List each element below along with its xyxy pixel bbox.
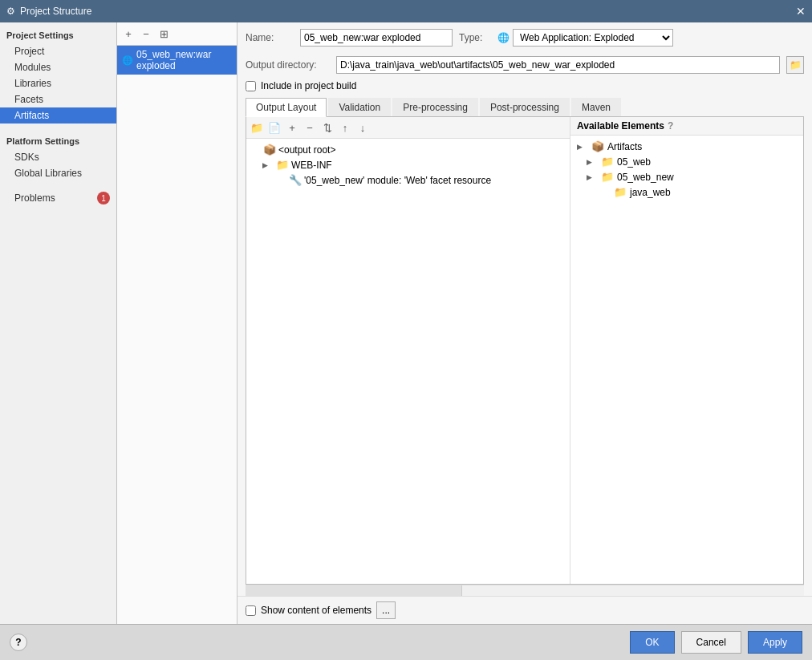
title-text: Project Structure <box>20 6 91 17</box>
platform-settings-heading: Platform Settings <box>0 132 116 149</box>
type-label: Type: <box>459 32 491 43</box>
available-panel: Available Elements ? ▶ 📦 Artifacts ▶ 📁 0… <box>570 117 803 584</box>
tree-add-button[interactable]: + <box>284 119 300 136</box>
output-dir-row: Output directory: 📁 <box>238 53 812 77</box>
tree-toggle-web-inf: ▶ <box>262 161 274 169</box>
output-dir-input[interactable] <box>336 56 780 74</box>
scrollbar-track <box>246 585 462 596</box>
scrollbar-area[interactable] <box>246 585 804 596</box>
sidebar-item-global-libraries[interactable]: Global Libraries <box>0 165 116 181</box>
project-settings-heading: Project Settings <box>0 26 116 43</box>
ok-button[interactable]: OK <box>630 631 674 654</box>
tree-sort-button[interactable]: ⇅ <box>319 119 335 136</box>
avail-toggle-artifacts: ▶ <box>577 143 588 151</box>
avail-05-web-new-icon: 📁 <box>601 171 614 183</box>
sidebar-item-sdks[interactable]: SDKs <box>0 149 116 165</box>
available-title: Available Elements <box>577 120 664 132</box>
available-help-icon[interactable]: ? <box>668 120 673 132</box>
problems-badge: 1 <box>97 192 110 204</box>
name-input[interactable] <box>300 29 453 47</box>
copy-artifact-button[interactable]: ⊞ <box>156 26 172 42</box>
apply-button[interactable]: Apply <box>748 631 802 654</box>
remove-artifact-button[interactable]: − <box>138 26 154 42</box>
file-tree-toolbar: 📁 📄 + − ⇅ ↑ ↓ <box>246 117 570 139</box>
sidebar-item-project[interactable]: Project <box>0 43 116 59</box>
artifact-list-item[interactable]: 🌐 05_web_new:war exploded <box>117 46 237 75</box>
available-item-05-web-new[interactable]: ▶ 📁 05_web_new <box>570 169 803 184</box>
avail-05-web-icon: 📁 <box>601 156 614 168</box>
sidebar-item-artifacts[interactable]: Artifacts <box>0 107 116 123</box>
show-content-label[interactable]: Show content of elements <box>261 605 371 616</box>
tab-post-processing[interactable]: Post-processing <box>480 98 570 116</box>
right-panel: Name: Type: 🌐 Web Application: Exploded … <box>238 22 812 624</box>
web-inf-label: WEB-INF <box>291 160 332 171</box>
artifact-list-panel: + − ⊞ 🌐 05_web_new:war exploded <box>117 22 238 624</box>
artifact-item-icon: 🌐 <box>122 55 133 66</box>
module-resource-label: '05_web_new' module: 'Web' facet resourc… <box>304 175 491 186</box>
include-build-label[interactable]: Include in project build <box>261 80 356 91</box>
sidebar-item-modules[interactable]: Modules <box>0 59 116 75</box>
close-icon[interactable]: ✕ <box>796 5 806 18</box>
output-dir-label: Output directory: <box>246 59 330 71</box>
type-dropdown: 🌐 Web Application: Exploded <box>497 29 673 47</box>
available-item-artifacts[interactable]: ▶ 📦 Artifacts <box>570 139 803 154</box>
footer: ? OK Cancel Apply <box>0 624 812 660</box>
sidebar: Project Settings Project Modules Librari… <box>0 22 117 624</box>
available-item-05-web[interactable]: ▶ 📁 05_web <box>570 154 803 169</box>
tree-item-web-inf[interactable]: ▶ 📁 WEB-INF <box>246 157 570 172</box>
type-select[interactable]: Web Application: Exploded <box>513 29 673 47</box>
avail-toggle-05-web: ▶ <box>587 158 598 166</box>
avail-artifact-icon: 📦 <box>591 140 604 152</box>
file-tree-panel: 📁 📄 + − ⇅ ↑ ↓ 📦 <output root> <box>246 117 570 584</box>
web-inf-icon: 📁 <box>276 159 289 171</box>
file-tree-content: 📦 <output root> ▶ 📁 WEB-INF 🔧 '05_web_ne… <box>246 139 570 584</box>
show-content-checkbox[interactable] <box>246 605 256 616</box>
tabs-bar: Output Layout Validation Pre-processing … <box>246 98 804 117</box>
web-app-icon: 🌐 <box>497 32 510 43</box>
output-root-icon: 📦 <box>263 144 276 156</box>
tab-maven[interactable]: Maven <box>571 98 621 116</box>
available-header: Available Elements ? <box>570 117 803 136</box>
tree-item-module-resource[interactable]: 🔧 '05_web_new' module: 'Web' facet resou… <box>246 172 570 188</box>
sidebar-item-facets[interactable]: Facets <box>0 91 116 107</box>
tree-down-button[interactable]: ↓ <box>355 119 371 136</box>
tree-remove-button[interactable]: − <box>302 119 318 136</box>
name-type-row: Name: Type: 🌐 Web Application: Exploded <box>238 22 812 53</box>
cancel-button[interactable]: Cancel <box>681 631 741 654</box>
title-icon: ⚙ <box>6 6 15 17</box>
tab-pre-processing[interactable]: Pre-processing <box>392 98 478 116</box>
tree-item-output-root[interactable]: 📦 <output root> <box>246 142 570 157</box>
avail-artifacts-label: Artifacts <box>607 141 642 152</box>
available-item-java-web[interactable]: 📁 java_web <box>570 184 803 200</box>
add-artifact-button[interactable]: + <box>120 26 136 42</box>
browse-dir-button[interactable]: 📁 <box>786 56 804 74</box>
help-button[interactable]: ? <box>10 634 27 651</box>
sidebar-item-libraries[interactable]: Libraries <box>0 75 116 91</box>
avail-java-web-icon: 📁 <box>614 186 627 198</box>
module-icon: 🔧 <box>289 174 302 186</box>
avail-toggle-05-web-new: ▶ <box>587 173 598 181</box>
avail-05-web-label: 05_web <box>617 156 651 168</box>
available-content: ▶ 📦 Artifacts ▶ 📁 05_web ▶ 📁 05_web <box>570 136 803 584</box>
tree-file-button[interactable]: 📄 <box>266 119 282 136</box>
sidebar-item-problems[interactable]: Problems 1 <box>0 189 116 207</box>
output-layout-area: 📁 📄 + − ⇅ ↑ ↓ 📦 <output root> <box>246 117 804 585</box>
avail-05-web-new-label: 05_web_new <box>617 172 674 183</box>
artifact-list-toolbar: + − ⊞ <box>117 22 237 46</box>
bottom-row: Show content of elements ... <box>238 596 812 624</box>
title-bar: ⚙ Project Structure ✕ <box>0 0 812 22</box>
tree-up-button[interactable]: ↑ <box>337 119 353 136</box>
artifact-item-label: 05_web_new:war exploded <box>136 49 232 71</box>
output-root-label: <output root> <box>278 144 335 156</box>
name-label: Name: <box>246 32 294 43</box>
tab-output-layout[interactable]: Output Layout <box>246 98 327 117</box>
avail-java-web-label: java_web <box>630 187 671 198</box>
tree-folder-button[interactable]: 📁 <box>249 119 265 136</box>
dots-button[interactable]: ... <box>376 601 396 619</box>
include-build-checkbox[interactable] <box>246 81 256 91</box>
tab-validation[interactable]: Validation <box>328 98 391 116</box>
include-build-row: Include in project build <box>238 77 812 95</box>
